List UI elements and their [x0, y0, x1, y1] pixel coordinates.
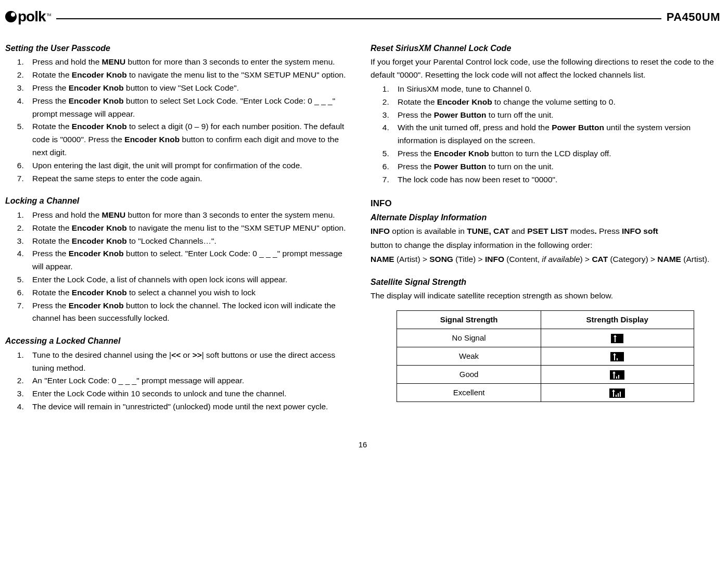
list-item: Rotate the Encoder Knob to "Locked Chann…: [26, 235, 355, 248]
alt-display-title: Alternate Display Information: [371, 211, 720, 224]
list-item: In SiriusXM mode, tune to Channel 0.: [391, 83, 720, 96]
list-item: Press and hold the MENU button for more …: [26, 56, 355, 69]
signal-none-icon: [611, 334, 623, 343]
svg-rect-6: [614, 373, 615, 379]
alt-display-sequence: NAME (Artist) > SONG (Title) > INFO (Con…: [371, 253, 720, 266]
signal-icon-cell: [541, 347, 694, 365]
list-item: Upon entering the last digit, the unit w…: [26, 159, 355, 172]
logo-icon: [5, 11, 17, 22]
passcode-title: Setting the User Passcode: [5, 42, 355, 55]
locking-list: Press and hold the MENU button for more …: [5, 209, 355, 325]
signal-good-icon: [610, 370, 624, 380]
page-header: polk TM PA450UM: [5, 5, 720, 29]
list-item: The device will remain in "unrestricted"…: [26, 400, 355, 413]
signal-excellent-icon: [609, 388, 625, 398]
signal-label: Excellent: [397, 383, 541, 402]
reset-section: Reset SiriusXM Channel Lock Code If you …: [371, 42, 720, 186]
signal-strength-table: Signal Strength Strength Display No Sign…: [397, 310, 694, 402]
passcode-section: Setting the User Passcode Press and hold…: [5, 42, 355, 185]
signal-table-wrap: Signal Strength Strength Display No Sign…: [371, 310, 720, 402]
svg-marker-5: [612, 371, 616, 373]
list-item: With the unit turned off, press and hold…: [391, 121, 720, 147]
list-item: Rotate the Encoder Knob to select a chan…: [26, 286, 355, 299]
reset-title: Reset SiriusXM Channel Lock Code: [371, 42, 720, 55]
table-row: Excellent: [397, 383, 694, 402]
signal-label: Weak: [397, 347, 541, 365]
signal-icon-cell: [541, 383, 694, 402]
left-column: Setting the User Passcode Press and hold…: [5, 42, 355, 423]
table-header-row: Signal Strength Strength Display: [397, 310, 694, 329]
list-item: Rotate the Encoder Knob to select a digi…: [26, 120, 355, 159]
list-item: Rotate the Encoder Knob to change the vo…: [391, 96, 720, 109]
svg-marker-0: [614, 335, 617, 337]
brand-text: polk: [18, 5, 46, 29]
locking-section: Locking a Channel Press and hold the MEN…: [5, 194, 355, 325]
list-item: Enter the Lock Code within 10 seconds to…: [26, 387, 355, 400]
signal-weak-icon: [610, 352, 624, 361]
locking-title: Locking a Channel: [5, 194, 355, 208]
info-heading: INFO: [371, 196, 720, 210]
reset-list: In SiriusXM mode, tune to Channel 0. Rot…: [371, 83, 720, 186]
table-row: Weak: [397, 347, 694, 365]
list-item: Rotate the Encoder Knob to navigate the …: [26, 69, 355, 82]
list-item: Rotate the Encoder Knob to navigate the …: [26, 222, 355, 235]
trademark: TM: [47, 12, 51, 18]
access-title: Accessing a Locked Channel: [5, 334, 355, 348]
satellite-title: Satellite Signal Strength: [371, 275, 720, 289]
col-header-display: Strength Display: [541, 310, 694, 329]
table-row: Good: [397, 365, 694, 383]
brand-logo: polk TM: [5, 5, 51, 29]
alt-display-text: INFO option is available in TUNE, CAT an…: [371, 225, 720, 238]
svg-rect-10: [613, 392, 614, 397]
signal-icon-cell: [541, 329, 694, 347]
svg-marker-9: [612, 390, 615, 392]
model-number: PA450UM: [667, 8, 720, 26]
access-section: Accessing a Locked Channel Tune to the d…: [5, 334, 355, 413]
svg-rect-7: [616, 377, 617, 379]
signal-icon-cell: [541, 365, 694, 383]
table-row: No Signal: [397, 329, 694, 347]
list-item: Press the Encoder Knob button to select.…: [26, 247, 355, 273]
svg-rect-12: [618, 393, 619, 397]
svg-rect-4: [617, 358, 618, 360]
satellite-intro: The display will indicate satellite rece…: [371, 290, 720, 303]
signal-label: No Signal: [397, 329, 541, 347]
alt-display-section: Alternate Display Information INFO optio…: [371, 211, 720, 266]
list-item: The lock code has now been reset to "000…: [391, 173, 720, 186]
svg-rect-11: [616, 395, 617, 397]
list-item: Press the Power Button to turn off the u…: [391, 109, 720, 122]
passcode-list: Press and hold the MENU button for more …: [5, 56, 355, 185]
list-item: An "Enter Lock Code: 0 _ _ _" prompt mes…: [26, 374, 355, 387]
page-number: 16: [5, 438, 720, 451]
satellite-section: Satellite Signal Strength The display wi…: [371, 275, 720, 402]
reset-intro: If you forget your Parental Control lock…: [371, 56, 720, 82]
signal-label: Good: [397, 365, 541, 383]
content-columns: Setting the User Passcode Press and hold…: [5, 42, 720, 423]
list-item: Repeat the same steps to enter the code …: [26, 172, 355, 185]
svg-marker-2: [613, 353, 616, 355]
col-header-strength: Signal Strength: [397, 310, 541, 329]
svg-rect-8: [618, 375, 619, 379]
list-item: Press the Encoder Knob button to view "S…: [26, 82, 355, 95]
svg-rect-1: [615, 337, 616, 342]
svg-rect-13: [620, 392, 621, 397]
list-item: Press and hold the MENU button for more …: [26, 209, 355, 222]
header-rule: [56, 18, 661, 19]
right-column: Reset SiriusXM Channel Lock Code If you …: [371, 42, 720, 423]
list-item: Press the Power Button to turn on the un…: [391, 160, 720, 173]
alt-display-text-2: button to change the display information…: [371, 239, 720, 252]
list-item: Press the Encoder Knob button to select …: [26, 95, 355, 121]
access-list: Tune to the desired channel using the |<…: [5, 349, 355, 413]
list-item: Press the Encoder Knob button to turn th…: [391, 147, 720, 160]
list-item: Enter the Lock Code, a list of channels …: [26, 273, 355, 286]
list-item: Press the Encoder Knob button to lock th…: [26, 299, 355, 325]
list-item: Tune to the desired channel using the |<…: [26, 349, 355, 375]
svg-rect-3: [614, 355, 615, 360]
